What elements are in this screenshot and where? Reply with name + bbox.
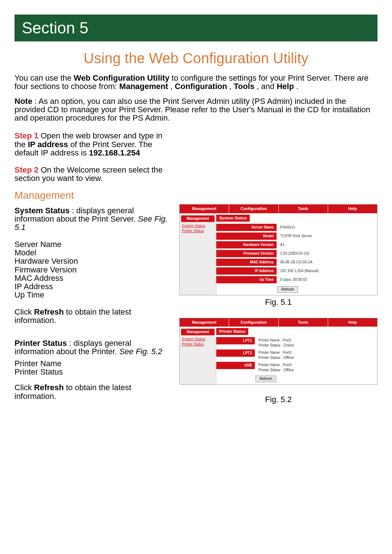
system-status-refresh-note: Click Refresh to obtain the latest infor… — [15, 308, 171, 324]
text-bold: Management — [119, 82, 168, 91]
fig1-tab-management[interactable]: Management — [180, 205, 229, 213]
text: Click — [15, 383, 34, 392]
fig-5-1-screenshot: Management Configuration Tools Help Mana… — [179, 204, 377, 295]
fig1-tabbar: Management Configuration Tools Help — [180, 205, 377, 213]
fig1-key-firmware-version: Firmware Version — [216, 250, 277, 257]
fig1-key-model: Model — [216, 232, 277, 240]
fig2-lpt1-block: Printer Name : Port1 Printer Status : On… — [258, 337, 294, 348]
left-column: Step 1 Open the web browser and type in … — [15, 129, 171, 404]
system-status-lead: System Status : displays general informa… — [15, 206, 171, 231]
fig-5-2-screenshot: Management Configuration Tools Help Mana… — [179, 318, 377, 385]
fig1-sidebar: Management System Status Printer Status — [180, 213, 216, 295]
step-2-label: Step 2 — [15, 165, 38, 174]
step-2: Step 2 On the Welcome screen select the … — [15, 166, 171, 182]
fig2-panel-head: Printer Status — [216, 328, 248, 335]
fig1-val-server-name: PrintSrv1 — [280, 224, 295, 230]
two-column-area: Step 1 Open the web browser and type in … — [15, 129, 377, 404]
fig2-lpt1-status: Printer Status : Online — [258, 343, 294, 348]
page-title: Using the Web Configuration Utility — [15, 50, 377, 66]
text: You can use the — [15, 73, 74, 82]
intro-paragraph-note: Note : As an option, you can also use th… — [15, 97, 377, 122]
fig2-tab-help[interactable]: Help — [328, 318, 377, 327]
fig1-tab-help[interactable]: Help — [328, 205, 377, 213]
text-bold: Help — [277, 82, 294, 91]
fig2-tab-tools[interactable]: Tools — [278, 318, 328, 327]
fig1-val-hardware-version: A1 — [280, 241, 285, 247]
fig2-usb-status: Printer Status : Offline — [258, 368, 294, 373]
fig2-lpt2-name: Printer Name : Port2 — [258, 350, 294, 355]
text-bold: IP address — [28, 140, 68, 149]
fig1-key-up-time: Up Time — [216, 276, 277, 283]
fig1-key-hardware-version: Hardware Version — [216, 241, 277, 248]
text-bold: System Status — [15, 206, 70, 215]
fig1-side-link-system-status[interactable]: System Status — [181, 223, 215, 229]
fig1-val-model: TCP/IP Print Server — [280, 232, 312, 238]
fig1-key-server-name: Server Name — [216, 224, 277, 231]
step-1: Step 1 Open the web browser and type in … — [15, 132, 171, 157]
printer-status-refresh-note: Click Refresh to obtain the latest infor… — [15, 383, 171, 400]
fig1-val-up-time: 0 days, 00:05:02 — [280, 276, 307, 282]
fig2-key-usb: USB — [216, 362, 255, 369]
fig2-usb-name: Printer Name : Port3 — [258, 363, 294, 368]
fig1-tab-tools[interactable]: Tools — [278, 205, 328, 213]
fig2-key-lpt2: LPT2 — [216, 349, 255, 357]
page: Section 5 Using the Web Configuration Ut… — [0, 0, 392, 426]
fig2-lpt2-block: Printer Name : Port2 Printer Status : Of… — [258, 349, 294, 360]
fig2-refresh-button[interactable]: Refresh — [256, 376, 276, 382]
fig1-main: System Status Server NamePrintSrv1 Model… — [216, 213, 377, 295]
fig2-tab-management[interactable]: Management — [180, 318, 229, 327]
text-bold: Tools — [234, 82, 254, 91]
fig-5-2-caption: Fig. 5.2 — [179, 395, 377, 404]
text-bold: Web Configuration Utility — [74, 73, 170, 82]
fig1-side-link-printer-status[interactable]: Printer Status — [181, 229, 215, 234]
fig1-key-ip-address: IP Address — [216, 267, 277, 275]
text-bold: Printer Status — [15, 339, 67, 348]
fig2-lpt2-status: Printer Status : Offline — [258, 355, 294, 360]
fig2-side-link-printer-status[interactable]: Printer Status — [181, 342, 215, 347]
text: Click — [15, 307, 34, 316]
fig2-usb-block: Printer Name : Port3 Printer Status : Of… — [258, 362, 294, 373]
text-bold: Note — [15, 97, 32, 106]
intro-paragraph-1: You can use the Web Configuration Utilit… — [15, 74, 377, 90]
text-bold: Refresh — [34, 383, 64, 392]
fig2-tab-configuration[interactable]: Configuration — [229, 318, 278, 327]
printer-status-fields: Printer Name Printer Status — [15, 359, 171, 376]
printer-status-lead: Printer Status : displays general inform… — [15, 339, 171, 356]
step-1-label: Step 1 — [15, 131, 38, 140]
text: , — [229, 82, 234, 91]
section-banner: Section 5 — [15, 15, 377, 41]
management-heading: Management — [15, 190, 171, 201]
text: , and — [257, 82, 277, 91]
fig2-lpt1-name: Printer Name : Port1 — [258, 338, 294, 343]
fig1-refresh-button[interactable]: Refresh — [277, 286, 298, 293]
fig1-panel-head: System Status — [216, 215, 250, 222]
fig-5-1-caption: Fig. 5.1 — [179, 298, 377, 307]
fig1-val-mac-address: 00-00-1B-CD-03-2A — [280, 259, 313, 264]
fig1-key-mac-address: MAC Address — [216, 259, 277, 266]
fig1-side-head: Management — [181, 215, 215, 222]
fig2-tabbar: Management Configuration Tools Help — [180, 318, 377, 327]
fig1-tab-configuration[interactable]: Configuration — [229, 205, 278, 213]
fig2-sidebar: Management System Status Printer Status — [180, 327, 216, 384]
right-column: Management Configuration Tools Help Mana… — [179, 129, 377, 404]
text: . — [296, 82, 298, 91]
text-bold: 192.168.1.254 — [89, 148, 140, 157]
text-bold: Refresh — [34, 307, 64, 316]
text-bold: Configuration — [175, 82, 227, 91]
system-status-fields: Server Name Model Hardware Version Firmw… — [15, 240, 171, 299]
fig2-main: Printer Status LPT1 Printer Name : Port1… — [216, 327, 377, 384]
fig2-key-lpt1: LPT1 — [216, 337, 255, 344]
text: : As an option, you can also use the Pri… — [15, 97, 370, 122]
fig1-val-firmware-version: 2.50 (2003-02-23) — [280, 250, 309, 256]
fig1-val-ip-address: 192.168.1.254 (Manual) — [280, 267, 319, 273]
spacer — [179, 129, 377, 201]
text-italic: See Fig. 5.2 — [119, 347, 163, 356]
fig2-side-head: Management — [181, 329, 215, 335]
fig2-side-link-system-status[interactable]: System Status — [181, 337, 215, 342]
text: , — [170, 82, 175, 91]
